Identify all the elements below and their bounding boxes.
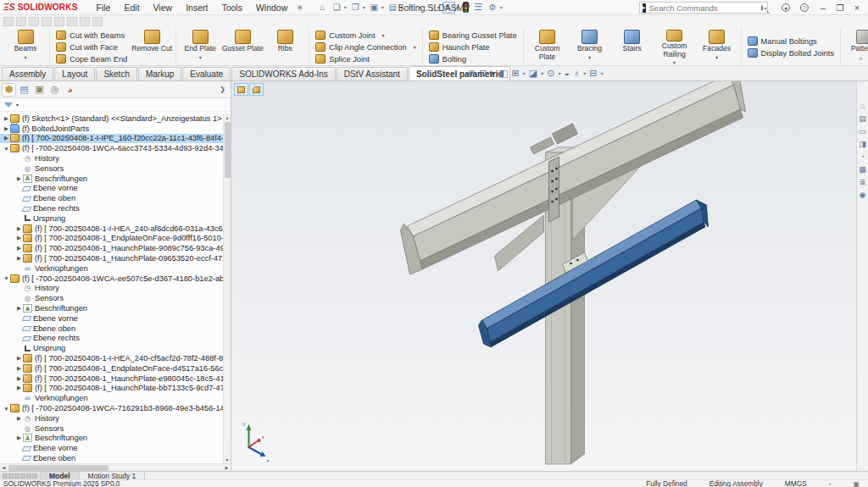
- help-icon[interactable]: ?: [798, 2, 811, 14]
- expand-arrow-icon[interactable]: ▼: [3, 146, 10, 152]
- design-library-icon[interactable]: ▤: [857, 113, 868, 125]
- expand-arrow-icon[interactable]: ▶: [3, 135, 10, 141]
- menu-window[interactable]: Window: [249, 2, 294, 14]
- tree-item[interactable]: Ebene vorne: [0, 443, 231, 453]
- tree-item[interactable]: Ebene vorne: [0, 313, 231, 324]
- open-icon[interactable]: ❐: [349, 2, 362, 14]
- docked-tool-icon[interactable]: [16, 17, 26, 26]
- docked-tool-icon[interactable]: [67, 17, 77, 26]
- redo-caret-icon[interactable]: ▾: [437, 4, 440, 10]
- search-commands-box[interactable]: ▸ ▾: [639, 2, 768, 14]
- tree-item[interactable]: Ursprung: [0, 213, 231, 224]
- tree-item[interactable]: Ebene rechts: [0, 334, 231, 344]
- tree-item[interactable]: ▶(f) Sketch<1> (Standard) <<Standard>_An…: [0, 113, 231, 124]
- ribbon-button-stairs[interactable]: Stairs: [611, 29, 654, 65]
- tree-item[interactable]: ▶(f) BoltedJointParts: [0, 124, 231, 134]
- expand-arrow-icon[interactable]: ▶: [15, 175, 23, 182]
- view-settings-icon[interactable]: ⊟: [589, 68, 597, 78]
- restore-button[interactable]: ❐: [832, 1, 848, 14]
- ribbon-button-custom-plate[interactable]: Custom Plate: [526, 29, 569, 65]
- tab-solidworks-add-ins[interactable]: SOLIDWORKS Add-Ins: [231, 67, 335, 80]
- properties-icon[interactable]: ☰: [472, 2, 485, 14]
- search-caret-icon[interactable]: ▾: [765, 5, 767, 11]
- expand-arrow-icon[interactable]: ▶: [15, 255, 23, 262]
- tree-item[interactable]: ▶(f) [ 700-20250408-1_HaunchPlate-bb7133…: [0, 384, 231, 394]
- expand-arrow-icon[interactable]: ▼: [3, 275, 10, 281]
- options-icon[interactable]: ⚙: [487, 2, 499, 14]
- file-explorer-icon[interactable]: ▭: [857, 125, 868, 137]
- tree-item[interactable]: ▶(f) [ 700-20250408-1_HaunchPlate-9089c7…: [0, 243, 231, 253]
- tree-item[interactable]: ▶(f) [ 700-20250408-1_EndplateOnFace-9d0…: [0, 234, 231, 244]
- expand-arrow-icon[interactable]: ▶: [15, 415, 23, 422]
- tree-item[interactable]: ▶(f) [ 700-20250408-1-I-HEA_240-af6dcd66…: [0, 224, 231, 234]
- view-orientation-icon[interactable]: ⊞: [512, 68, 520, 78]
- redo-icon[interactable]: ↷: [424, 2, 437, 14]
- dimxpert-tab[interactable]: ◎: [47, 83, 62, 97]
- undo-caret-icon[interactable]: ▾: [419, 4, 421, 10]
- dropdown-caret-icon[interactable]: ▾: [673, 59, 676, 65]
- tree-item[interactable]: ▼(f) [ -700-20250408-1WCA-716291b3-8968-…: [0, 403, 231, 413]
- tab-assembly[interactable]: Assembly: [2, 67, 53, 80]
- ribbon-button-manual-boltings[interactable]: Manual Boltings: [744, 36, 837, 47]
- ribbon-button-splice-joint[interactable]: Splice Joint: [312, 53, 420, 64]
- appearances-icon[interactable]: ◔: [857, 151, 868, 163]
- docked-tool-icon[interactable]: [29, 17, 39, 26]
- home-icon[interactable]: ⌂: [316, 2, 329, 14]
- tab-markup[interactable]: Markup: [138, 67, 181, 80]
- dropdown-caret-icon[interactable]: ▾: [588, 54, 591, 60]
- tree-item[interactable]: ◎Sensors: [0, 293, 231, 303]
- ribbon-button-cope-beam-end[interactable]: Cope Beam End: [53, 53, 131, 64]
- docked-tool-icon[interactable]: [54, 17, 64, 26]
- tree-item[interactable]: ◎Sensors: [0, 423, 231, 434]
- tree-item[interactable]: Ebene rechts: [0, 203, 231, 213]
- tree-item[interactable]: Ebene vorne: [0, 184, 231, 194]
- tree-vertical-scrollbar[interactable]: ▲▼: [223, 113, 231, 463]
- expand-arrow-icon[interactable]: ▼: [3, 406, 10, 412]
- tree-item[interactable]: ∞Verknüpfungen: [0, 393, 231, 403]
- web-resources-icon[interactable]: ◉: [857, 189, 868, 201]
- expand-arrow-icon[interactable]: ▶: [15, 305, 23, 312]
- dropdown-caret-icon[interactable]: ▾: [24, 54, 26, 60]
- ribbon-button-custom-railing[interactable]: Custom Railing▾: [654, 29, 696, 65]
- tab-motion-study-1[interactable]: Motion Study 1: [80, 472, 146, 479]
- tree-item[interactable]: ▶ABeschriftungen: [0, 303, 231, 313]
- tree-item[interactable]: ▶(f) [ 700-20250408-1_EndplateOnFace-d45…: [0, 363, 231, 374]
- pin-icon[interactable]: ∗: [296, 3, 303, 12]
- tree-item[interactable]: ◷History: [0, 284, 231, 294]
- tab-dstv-assistant[interactable]: DStV Assistant: [337, 67, 408, 80]
- tab-sketch[interactable]: Sketch: [96, 67, 137, 80]
- display-style-icon[interactable]: ◪: [529, 68, 537, 78]
- status-tag-icon[interactable]: ▣: [853, 480, 860, 487]
- tree-item[interactable]: ▶◷History: [0, 413, 231, 423]
- hide-show-icon[interactable]: ⊙: [547, 68, 554, 78]
- previous-view-icon[interactable]: ◐: [490, 68, 496, 78]
- breadcrumb-part-icon[interactable]: [249, 83, 264, 96]
- print-caret-icon[interactable]: ▾: [400, 4, 403, 10]
- menu-insert[interactable]: Insert: [179, 2, 214, 14]
- select-caret-icon[interactable]: ▾: [456, 4, 459, 10]
- ribbon-button-clip-angle-connection[interactable]: Clip Angle Connection▾: [312, 42, 420, 53]
- docked-tool-icon[interactable]: [92, 17, 103, 26]
- open-caret-icon[interactable]: ▾: [363, 4, 365, 10]
- expand-arrow-icon[interactable]: ▶: [3, 125, 10, 132]
- display-pane-expand-icon[interactable]: ❯: [220, 86, 229, 93]
- ribbon-button-cut-with-face[interactable]: Cut with Face: [53, 42, 131, 53]
- select-icon[interactable]: ↖: [442, 2, 455, 14]
- undo-icon[interactable]: ↶: [405, 2, 418, 14]
- tree-item[interactable]: Ursprung: [0, 343, 231, 353]
- menu-view[interactable]: View: [147, 2, 180, 14]
- ribbon-button-cut-with-beams[interactable]: Cut with Beams: [53, 30, 131, 41]
- tree-item[interactable]: Ebene oben: [0, 453, 231, 463]
- tab-model[interactable]: Model: [41, 472, 80, 479]
- tree-item[interactable]: ▶(f) [ 700-20250408-1_HaunchPlate-096535…: [0, 253, 231, 263]
- ribbon-button-ribs[interactable]: Ribs: [264, 29, 306, 65]
- edit-appearance-icon[interactable]: ◒: [564, 68, 570, 78]
- search-input[interactable]: [649, 3, 761, 13]
- expand-arrow-icon[interactable]: ▶: [15, 245, 23, 252]
- tree-horizontal-scrollbar[interactable]: ◀▶: [0, 463, 231, 471]
- expand-arrow-icon[interactable]: ▶: [15, 375, 23, 382]
- ribbon-button-beams[interactable]: Beams▾: [4, 29, 47, 65]
- minimize-button[interactable]: –: [815, 1, 831, 14]
- view-settings-caret-icon[interactable]: ▾: [601, 70, 604, 76]
- dropdown-caret-icon[interactable]: ▾: [382, 32, 385, 38]
